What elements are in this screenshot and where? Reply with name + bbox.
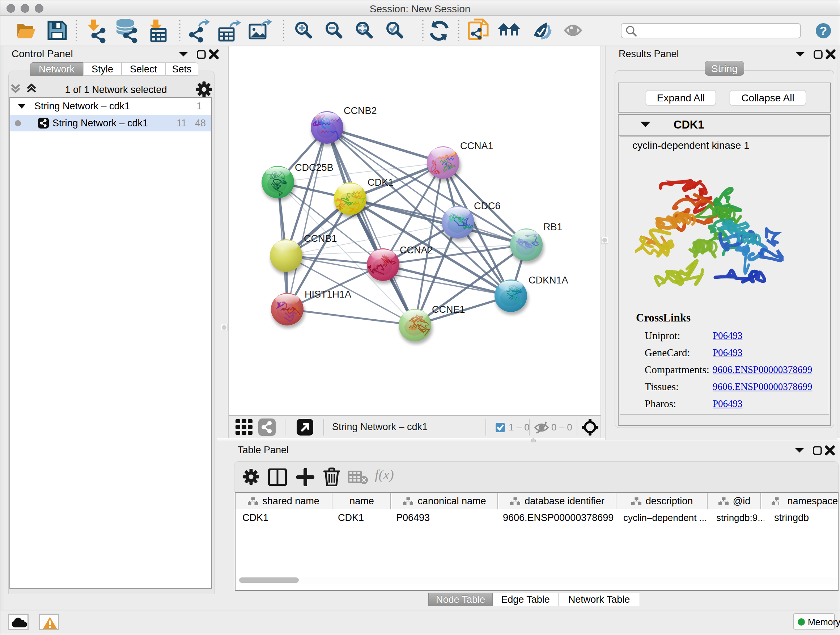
svg-text:CCNE1: CCNE1 (432, 304, 465, 315)
svg-text:CDC25B: CDC25B (295, 162, 333, 173)
svg-text:CDKN1A: CDKN1A (529, 275, 568, 286)
svg-text:CCNB2: CCNB2 (344, 105, 377, 116)
svg-text:CDC6: CDC6 (474, 201, 501, 211)
svg-text:RB1: RB1 (543, 222, 562, 233)
svg-text:?: ? (820, 24, 827, 38)
svg-text:CCNB1: CCNB1 (304, 233, 337, 244)
svg-text:CDK1: CDK1 (368, 177, 393, 188)
svg-text:HIST1H1A: HIST1H1A (305, 289, 351, 300)
svg-text:CCNA2: CCNA2 (400, 245, 433, 256)
svg-text:CCNA1: CCNA1 (460, 141, 493, 151)
